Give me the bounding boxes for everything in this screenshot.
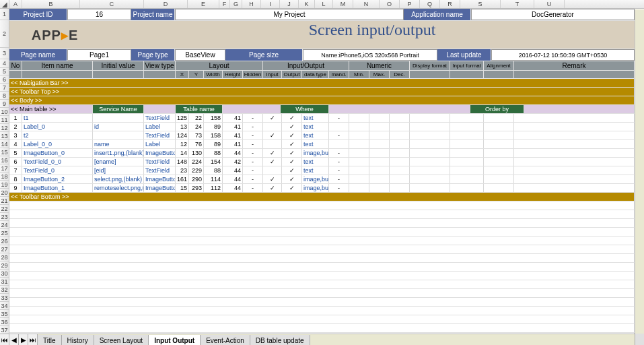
cell[interactable] [390, 175, 410, 183]
col-header-E[interactable]: E [188, 0, 219, 8]
row-header-27[interactable]: 27 [0, 245, 9, 253]
empty-row[interactable] [9, 307, 644, 315]
empty-row[interactable] [9, 324, 644, 333]
empty-row[interactable] [9, 272, 644, 280]
col-header-U[interactable]: U [534, 0, 565, 8]
cell[interactable] [390, 184, 410, 192]
col-header-D[interactable]: D [144, 0, 188, 8]
cell[interactable]: - [329, 166, 349, 175]
sheet-tab-db-table-update[interactable]: DB table update [250, 335, 310, 345]
col-header-M[interactable]: M [333, 0, 353, 8]
col-header-P[interactable]: P [400, 0, 420, 8]
cell[interactable]: - [243, 114, 263, 122]
cell[interactable]: 7 [9, 166, 22, 175]
cell[interactable] [349, 131, 369, 139]
cell[interactable]: - [243, 166, 263, 175]
cell[interactable]: - [329, 114, 349, 122]
cell[interactable]: - [243, 140, 263, 148]
cell[interactable]: 161 [176, 175, 189, 183]
cell[interactable] [514, 131, 635, 139]
empty-row[interactable] [9, 280, 644, 289]
cell[interactable]: 15 [176, 184, 189, 192]
row-header-36[interactable]: 36 [0, 318, 9, 326]
cell[interactable]: 23 [176, 166, 189, 175]
cell[interactable]: [ename] [93, 158, 144, 166]
row-header-2[interactable]: 2 [0, 20, 9, 48]
cell[interactable]: - [243, 175, 263, 183]
row-header-14[interactable]: 14 [0, 140, 9, 148]
cell[interactable]: ✓ [282, 140, 302, 148]
cell[interactable] [410, 166, 450, 175]
cell[interactable] [349, 158, 369, 166]
cell[interactable]: ✓ [282, 123, 302, 131]
cell[interactable]: 44 [223, 149, 243, 157]
cell[interactable]: ✓ [282, 166, 302, 175]
cell[interactable] [369, 140, 390, 148]
row-header-25[interactable]: 25 [0, 229, 9, 237]
sheet-tab-screen-layout[interactable]: Screen Layout [94, 335, 149, 345]
cell[interactable] [390, 114, 410, 122]
cell[interactable] [390, 123, 410, 131]
cell[interactable]: ✓ [263, 131, 282, 139]
last-update-value[interactable]: 2016-07-12 10:50:39 GMT+0530 [491, 49, 635, 61]
cell[interactable] [369, 123, 390, 131]
cell[interactable]: 24 [189, 123, 204, 131]
cell[interactable]: 44 [223, 166, 243, 175]
row-header-16[interactable]: 16 [0, 156, 9, 164]
row-header-1[interactable]: 1 [0, 9, 9, 20]
cell[interactable] [369, 184, 390, 192]
tab-nav-next[interactable]: ▶ [19, 334, 28, 345]
cell[interactable]: 41 [223, 131, 243, 139]
row-header-22[interactable]: 22 [0, 205, 9, 213]
cell[interactable]: 41 [223, 140, 243, 148]
cell[interactable] [93, 131, 144, 139]
col-header-K[interactable]: K [299, 0, 315, 8]
cell[interactable]: t1 [22, 114, 93, 122]
project-name-value[interactable]: My Project [175, 9, 404, 20]
cell[interactable]: - [329, 149, 349, 157]
cell[interactable]: ✓ [282, 149, 302, 157]
cell[interactable] [484, 166, 514, 175]
cell[interactable]: 158 [204, 114, 223, 122]
cell[interactable]: - [329, 158, 349, 166]
row-header-12[interactable]: 12 [0, 124, 9, 132]
cell[interactable] [450, 149, 484, 157]
cell[interactable] [514, 140, 635, 148]
empty-row[interactable] [9, 289, 644, 298]
cell[interactable] [410, 149, 450, 157]
cell[interactable]: image,but [302, 175, 329, 183]
cell[interactable]: ImageButton [144, 149, 176, 157]
cell[interactable]: [eid] [93, 166, 144, 175]
cell[interactable]: TextField_0_0 [22, 158, 93, 166]
cell[interactable] [514, 114, 635, 122]
row-header-15[interactable]: 15 [0, 148, 9, 156]
tab-nav-prev[interactable]: ◀ [9, 334, 19, 345]
col-header-O[interactable]: O [380, 0, 400, 8]
page-size-value[interactable]: Name:iPhone5,iOS 320x568 Portrait [303, 49, 437, 61]
cell[interactable]: image,but [302, 149, 329, 157]
col-header-Q[interactable]: Q [420, 0, 440, 8]
row-header-18[interactable]: 18 [0, 172, 9, 181]
cell[interactable] [450, 123, 484, 131]
cell[interactable]: TextField [144, 166, 176, 175]
row-header-7[interactable]: 7 [0, 84, 9, 92]
cell[interactable]: ✓ [282, 184, 302, 192]
cell[interactable] [410, 175, 450, 183]
cell[interactable]: 42 [223, 158, 243, 166]
table-row[interactable]: 9ImageButton_1remoteselect.png,(tImageBu… [9, 184, 644, 193]
col-header-C[interactable]: C [80, 0, 144, 8]
cell[interactable]: TextField [144, 158, 176, 166]
cell[interactable] [410, 131, 450, 139]
empty-row[interactable] [9, 298, 644, 307]
col-header-N[interactable]: N [353, 0, 380, 8]
cell[interactable] [450, 158, 484, 166]
row-header-13[interactable]: 13 [0, 132, 9, 140]
project-id-value[interactable]: 16 [67, 9, 131, 20]
cell[interactable]: Label_0 [22, 123, 93, 131]
cell[interactable]: - [243, 158, 263, 166]
cell[interactable]: - [243, 123, 263, 131]
cell[interactable] [263, 140, 282, 148]
cell[interactable] [329, 140, 349, 148]
row-header-20[interactable]: 20 [0, 189, 9, 197]
cell[interactable]: 2 [9, 123, 22, 131]
